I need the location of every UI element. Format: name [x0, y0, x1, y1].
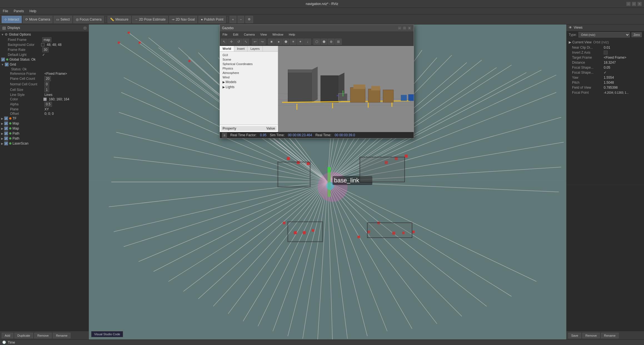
menu-panels[interactable]: Panels — [13, 9, 25, 14]
gz-extra1[interactable]: ⊕ — [328, 39, 335, 45]
gz-tab-layers[interactable]: Layers — [248, 46, 263, 51]
extra-btn-1[interactable]: + — [229, 16, 236, 23]
path2-checkbox[interactable]: ✓ — [4, 136, 8, 140]
near-clip-value[interactable]: 0.01 — [604, 46, 610, 49]
normal-cell-count-value[interactable]: 0 — [44, 82, 49, 87]
frame-rate-value[interactable]: 30 — [42, 47, 49, 52]
gz-menu-camera[interactable]: Camera — [243, 32, 256, 37]
alpha-value[interactable]: 0.5 — [44, 102, 52, 107]
gz-scale-tool[interactable]: ⤡ — [243, 39, 249, 45]
focal-shape1-value[interactable]: 0.05 — [604, 66, 610, 70]
move-camera-button[interactable]: ⟳ Move Camera — [23, 16, 53, 23]
map1-row[interactable]: ▶ ✓ Map — [0, 121, 89, 126]
path1-row[interactable]: ▶ ✓ Path — [0, 131, 89, 136]
gz-item-wind[interactable]: Wind — [221, 75, 277, 80]
yaw-value[interactable]: 1.5554 — [604, 76, 614, 80]
laserscan-row[interactable]: ▶ ✓ LaserScan — [0, 141, 89, 146]
menu-help[interactable]: Help — [28, 9, 38, 14]
remove-button[interactable]: Remove — [34, 333, 52, 338]
tf-row[interactable]: ▶ ✓ TF — [0, 116, 89, 121]
global-options-header[interactable]: ▼ ⚙ Global Options — [0, 32, 89, 37]
gz-item-atmosphere[interactable]: Atmosphere — [221, 71, 277, 75]
gz-solid[interactable]: ⬢ — [321, 39, 327, 45]
gz-undo[interactable]: ↩ — [252, 39, 258, 45]
pause-button[interactable]: ⏸ — [222, 133, 227, 138]
grid-header[interactable]: ▼ ✓ Grid — [0, 62, 89, 67]
gazebo-maximize[interactable]: □ — [403, 26, 406, 30]
gz-tab-insert[interactable]: Insert — [234, 46, 248, 51]
publish-point-button[interactable]: ● Publish Point — [198, 16, 226, 23]
focus-camera-button[interactable]: ◎ Focus Camera — [73, 16, 104, 23]
gz-menu-help[interactable]: Help — [288, 32, 296, 37]
views-rename-button[interactable]: Rename — [601, 333, 619, 338]
path2-row[interactable]: ▶ ✓ Path — [0, 136, 89, 141]
interact-button[interactable]: ⊹ Interact — [2, 16, 22, 23]
fixed-frame-value[interactable]: map — [42, 37, 51, 42]
gz-item-spherical[interactable]: Spherical Coordinates — [221, 62, 277, 66]
grid-checkbox[interactable]: ✓ — [5, 63, 9, 66]
gz-menu-file[interactable]: File — [221, 32, 229, 37]
select-button[interactable]: ▭ Select — [54, 16, 72, 23]
vscode-button[interactable]: Visual Studio Code — [91, 331, 123, 337]
close-button[interactable]: × — [637, 2, 642, 6]
gz-redo[interactable]: ↪ — [259, 39, 266, 45]
background-color-swatch[interactable] — [41, 43, 44, 46]
gz-wire[interactable]: ⬡ — [313, 39, 320, 45]
tf-checkbox[interactable]: ✓ — [4, 116, 8, 120]
views-remove-button[interactable]: Remove — [582, 333, 600, 338]
gz-item-physics[interactable]: Physics — [221, 66, 277, 71]
extra-btn-2[interactable]: − — [238, 16, 244, 23]
gz-sphere[interactable]: ● — [275, 39, 282, 45]
extra-btn-3[interactable]: ⚙ — [245, 16, 253, 23]
map2-checkbox[interactable]: ✓ — [4, 126, 8, 130]
gz-menu-view[interactable]: View — [259, 32, 268, 37]
map2-row[interactable]: ▶ ✓ Map — [0, 126, 89, 131]
gz-select-tool[interactable]: ↖ — [221, 39, 228, 45]
gz-menu-edit[interactable]: Edit — [232, 32, 239, 37]
gz-rotate-tool[interactable]: ↺ — [235, 39, 242, 45]
rename-button[interactable]: Rename — [53, 333, 71, 338]
menu-file[interactable]: File — [2, 9, 9, 14]
gz-item-lights[interactable]: ▶ Lights — [221, 85, 277, 90]
pitch-value[interactable]: 1.5048 — [604, 81, 614, 85]
invert-z-value[interactable] — [604, 51, 608, 54]
global-status-row[interactable]: ✓ Global Status: Ok — [0, 57, 89, 62]
gz-cylinder[interactable]: ⬟ — [283, 39, 289, 45]
pose-estimate-button[interactable]: → 2D Pose Estimate — [132, 16, 168, 23]
gazebo-3d-viewport[interactable] — [278, 46, 414, 132]
gazebo-close[interactable]: × — [408, 26, 411, 30]
panel-collapse-button[interactable]: ◻ — [84, 26, 86, 30]
add-button[interactable]: Add — [2, 333, 13, 338]
gz-item-gui[interactable]: GUI — [221, 53, 277, 57]
views-type-select[interactable]: Orbit (rviz) — [578, 32, 630, 38]
gz-translate-tool[interactable]: ✛ — [228, 39, 235, 45]
gz-pointlight[interactable]: ☀ — [290, 39, 296, 45]
cell-size-value[interactable]: 1 — [44, 87, 49, 92]
current-view-header[interactable]: ▶ Current View Orbit (rviz) — [566, 39, 644, 45]
gz-item-models[interactable]: ▶ Models — [221, 80, 277, 85]
gz-directional[interactable]: ↓ — [304, 39, 311, 45]
zero-button[interactable]: Zero — [631, 32, 642, 37]
global-status-checkbox[interactable]: ✓ — [1, 58, 5, 61]
gz-spotlight[interactable]: ✦ — [297, 39, 304, 45]
plane-cell-count-value[interactable]: 20 — [44, 76, 51, 81]
distance-value[interactable]: 18.3247 — [604, 61, 616, 64]
measure-button[interactable]: 📏 Measure — [108, 16, 131, 23]
fov-value[interactable]: 0.785398 — [604, 86, 618, 90]
gz-extra2[interactable]: ⊞ — [335, 39, 342, 45]
gz-item-scene[interactable]: Scene — [221, 57, 277, 62]
minimize-button[interactable]: ─ — [626, 2, 631, 6]
save-button[interactable]: Save — [568, 333, 581, 338]
gz-menu-window[interactable]: Window — [271, 32, 284, 37]
laserscan-checkbox[interactable]: ✓ — [4, 142, 8, 145]
gazebo-minimize[interactable]: ─ — [398, 26, 401, 30]
maximize-button[interactable]: □ — [632, 2, 636, 6]
path1-checkbox[interactable]: ✓ — [4, 131, 8, 135]
map1-checkbox[interactable]: ✓ — [4, 121, 8, 125]
grid-color-swatch[interactable] — [43, 98, 47, 101]
gz-box[interactable]: ■ — [268, 39, 275, 45]
duplicate-button[interactable]: Duplicate — [14, 333, 33, 338]
nav-goal-button[interactable]: ⇒ 2D Nav Goal — [169, 16, 197, 23]
gz-tab-world[interactable]: World — [220, 46, 234, 51]
rviz-viewport[interactable]: base_link Visual Studio Code Gazebo ─ □ … — [89, 24, 566, 339]
